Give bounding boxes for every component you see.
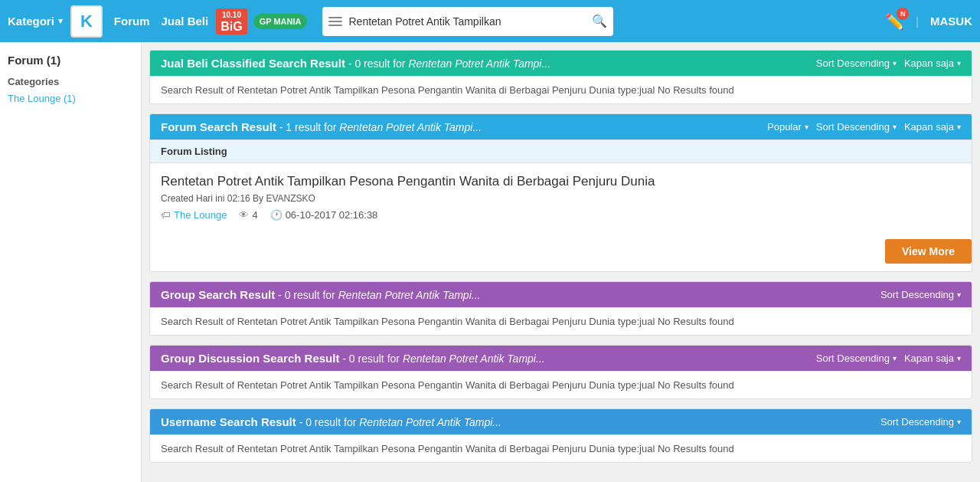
username-sort-dropdown[interactable]: Sort Descending ▾ [880, 416, 961, 428]
jual-beli-query: Rentetan Potret Antik Tampi... [408, 57, 550, 70]
forum-filter-chevron-icon: ▾ [957, 123, 961, 131]
search-button[interactable]: 🔍 [592, 14, 607, 28]
forum-header: Forum Search Result - 1 result for Rente… [150, 114, 972, 139]
username-sort-chevron-icon: ▾ [957, 418, 961, 426]
kategori-dropdown[interactable]: Kategori ▾ [8, 15, 63, 28]
forum-listing-label: Forum Listing [150, 139, 972, 163]
username-result-count: - 0 result for [299, 416, 357, 428]
forum-popular-dropdown[interactable]: Popular ▾ [767, 121, 808, 133]
forum-category-name[interactable]: The Lounge [174, 209, 227, 221]
group-result-count: - 0 result for [278, 289, 335, 301]
username-title-area: Username Search Result - 0 result for Re… [161, 415, 501, 428]
group-sort-chevron-icon: ▾ [957, 290, 961, 299]
forum-controls: Popular ▾ Sort Descending ▾ Kapan saja ▾ [767, 121, 961, 133]
search-input[interactable] [348, 15, 586, 28]
group-title-area: Group Search Result - 0 result for Rente… [161, 288, 480, 301]
masuk-button[interactable]: MASUK [930, 15, 972, 28]
tag-icon: 🏷 [161, 209, 171, 221]
group-section: Group Search Result - 0 result for Rente… [149, 281, 972, 336]
filter-chevron-icon: ▾ [957, 59, 961, 67]
main-layout: Forum (1) Categories The Lounge (1) Jual… [0, 42, 980, 482]
jual-beli-result-count: - 0 result for [348, 57, 406, 70]
group-controls: Sort Descending ▾ [880, 289, 961, 300]
forum-sort-chevron-icon: ▾ [893, 123, 897, 131]
forum-result-tags: 🏷 The Lounge 👁 4 🕐 06-10-2017 02:16:38 [161, 209, 961, 221]
username-section: Username Search Result - 0 result for Re… [149, 408, 972, 463]
group-header: Group Search Result - 0 result for Rente… [150, 282, 972, 307]
header-divider: | [916, 15, 919, 28]
popular-chevron-icon: ▾ [805, 123, 808, 131]
group-discussion-filter-chevron-icon: ▾ [957, 354, 961, 362]
jual-beli-header: Jual Beli Classified Search Result - 0 r… [150, 51, 972, 76]
kategori-label: Kategori [8, 15, 54, 28]
forum-title: Forum Search Result [161, 120, 276, 133]
forum-filter-dropdown[interactable]: Kapan saja ▾ [904, 121, 961, 133]
forum-datetime: 06-10-2017 02:16:38 [286, 209, 378, 221]
username-header: Username Search Result - 0 result for Re… [150, 409, 972, 434]
group-discussion-no-results: Search Result of Rentetan Potret Antik T… [150, 371, 972, 398]
username-controls: Sort Descending ▾ [880, 416, 961, 428]
group-discussion-controls: Sort Descending ▾ Kapan saja ▾ [816, 352, 961, 364]
sidebar-categories-label: Categories [8, 76, 133, 87]
group-discussion-title: Group Discussion Search Result [161, 352, 339, 365]
nav-forum[interactable]: Forum [114, 15, 150, 28]
group-discussion-header: Group Discussion Search Result - 0 resul… [150, 346, 972, 371]
forum-views-tag: 👁 4 [239, 209, 257, 221]
promo-badges: 10.10 BiG GP MANIA [216, 8, 307, 34]
nav-jual-beli[interactable]: Jual Beli [162, 15, 209, 28]
username-title: Username Search Result [161, 415, 296, 428]
jual-beli-title: Jual Beli Classified Search Result [161, 57, 345, 70]
group-no-results: Search Result of Rentetan Potret Antik T… [150, 307, 972, 335]
search-bar: 🔍 [322, 7, 613, 36]
forum-result-meta: Created Hari ini 02:16 By EVANZSKO [161, 193, 961, 204]
jual-beli-controls: Sort Descending ▾ Kapan saja ▾ [816, 57, 961, 69]
sort-chevron-icon: ▾ [893, 59, 897, 67]
forum-section: Forum Search Result - 1 result for Rente… [149, 113, 972, 272]
group-discussion-sort-chevron-icon: ▾ [893, 354, 897, 362]
forum-result-count: - 1 result for [279, 121, 337, 133]
forum-sort-dropdown[interactable]: Sort Descending ▾ [816, 121, 897, 133]
notif-count-badge: N [897, 8, 909, 20]
forum-views-count: 4 [252, 209, 257, 221]
notification-bell[interactable]: ✏️ N [885, 12, 904, 31]
group-discussion-title-area: Group Discussion Search Result - 0 resul… [161, 352, 545, 365]
group-discussion-query: Rentetan Potret Antik Tampi... [403, 352, 545, 365]
view-more-button[interactable]: View More [885, 239, 972, 264]
forum-title-area: Forum Search Result - 1 result for Rente… [161, 120, 482, 133]
eye-icon: 👁 [239, 209, 249, 221]
group-query: Rentetan Potret Antik Tampi... [338, 289, 481, 301]
main-content: Jual Beli Classified Search Result - 0 r… [142, 42, 980, 482]
main-nav: Forum Jual Beli [114, 15, 208, 28]
site-logo[interactable]: K [70, 5, 103, 38]
group-title: Group Search Result [161, 288, 275, 301]
badge-gp-mania: GP MANIA [253, 14, 308, 29]
forum-datetime-tag: 🕐 06-10-2017 02:16:38 [270, 209, 378, 221]
group-discussion-sort-dropdown[interactable]: Sort Descending ▾ [816, 352, 897, 364]
header-right: ✏️ N | MASUK [885, 12, 972, 31]
badge-1010: 10.10 BiG [216, 8, 247, 34]
view-more-row: View More [150, 231, 972, 271]
sidebar: Forum (1) Categories The Lounge (1) [0, 42, 142, 482]
forum-result-item: Rentetan Potret Antik Tampilkan Pesona P… [150, 163, 972, 231]
kategori-chevron-icon: ▾ [58, 16, 63, 26]
group-sort-dropdown[interactable]: Sort Descending ▾ [880, 289, 961, 300]
jual-beli-section: Jual Beli Classified Search Result - 0 r… [149, 50, 972, 104]
forum-result-title[interactable]: Rentetan Potret Antik Tampilkan Pesona P… [161, 174, 961, 189]
username-no-results: Search Result of Rentetan Potret Antik T… [150, 434, 972, 462]
sidebar-forum-count: Forum (1) [8, 54, 133, 67]
main-header: Kategori ▾ K Forum Jual Beli 10.10 BiG G… [0, 0, 980, 42]
jual-beli-no-results: Search Result of Rentetan Potret Antik T… [150, 76, 972, 103]
group-discussion-section: Group Discussion Search Result - 0 resul… [149, 345, 972, 399]
group-discussion-filter-dropdown[interactable]: Kapan saja ▾ [904, 352, 961, 364]
jual-beli-title-area: Jual Beli Classified Search Result - 0 r… [161, 57, 550, 70]
jual-beli-filter-dropdown[interactable]: Kapan saja ▾ [904, 57, 961, 69]
clock-icon: 🕐 [270, 209, 283, 221]
sidebar-item-the-lounge[interactable]: The Lounge (1) [8, 93, 76, 104]
group-discussion-result-count: - 0 result for [342, 352, 400, 365]
username-query: Rentetan Potret Antik Tampi... [359, 416, 501, 428]
forum-category-tag: 🏷 The Lounge [161, 209, 227, 221]
jual-beli-sort-dropdown[interactable]: Sort Descending ▾ [816, 57, 897, 69]
forum-query: Rentetan Potret Antik Tampi... [339, 121, 482, 133]
hamburger-icon[interactable] [328, 17, 342, 26]
